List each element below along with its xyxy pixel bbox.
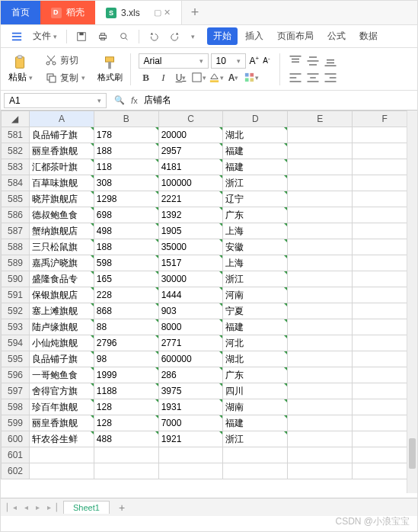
col-header-D[interactable]: D	[223, 111, 288, 127]
cell[interactable]	[288, 239, 353, 255]
col-header-A[interactable]: A	[29, 111, 94, 127]
cell[interactable]: 塞上滩旗舰	[29, 303, 94, 319]
cell[interactable]: 1921	[158, 431, 223, 447]
cell[interactable]	[288, 207, 353, 223]
table-row[interactable]: 593陆卢缘旗舰888000福建	[2, 319, 417, 335]
cell[interactable]: 7000	[158, 415, 223, 431]
align-top-button[interactable]	[288, 53, 303, 69]
increase-font-button[interactable]: A+	[248, 55, 261, 66]
cell[interactable]: 福建	[223, 415, 288, 431]
table-row[interactable]: 597舍得官方旗11883975四川	[2, 383, 417, 399]
cell[interactable]: 1188	[94, 383, 158, 399]
cell[interactable]: 陆卢缘旗舰	[29, 319, 94, 335]
cell[interactable]: 88	[94, 319, 158, 335]
cell[interactable]: 宁夏	[223, 303, 288, 319]
row-header[interactable]: 596	[2, 367, 30, 383]
cell[interactable]	[223, 463, 288, 479]
cell[interactable]: 三只松鼠旗	[29, 239, 94, 255]
cell[interactable]: 百草味旗舰	[29, 175, 94, 191]
vertical-scrollbar[interactable]	[407, 111, 417, 493]
cell[interactable]: 晓芹旗舰店	[29, 191, 94, 207]
table-row[interactable]: 595良品铺子旗98600000湖北	[2, 351, 417, 367]
preview-icon[interactable]	[114, 28, 134, 45]
cell[interactable]: 广东	[223, 367, 288, 383]
row-header[interactable]: 581	[2, 127, 30, 143]
row-header[interactable]: 587	[2, 223, 30, 239]
cell[interactable]: 165	[94, 271, 158, 287]
cell[interactable]	[288, 255, 353, 271]
align-left-button[interactable]	[288, 70, 303, 85]
cell[interactable]: 四川	[223, 383, 288, 399]
cell[interactable]: 1444	[158, 287, 223, 303]
row-header[interactable]: 585	[2, 191, 30, 207]
cell[interactable]: 湖北	[223, 127, 288, 143]
ribbon-tab-formula[interactable]: 公式	[321, 27, 352, 45]
cell[interactable]: 德叔鲍鱼食	[29, 207, 94, 223]
spreadsheet-grid[interactable]: ◢ A B C D E F 581良品铺子旗17820000湖北582丽皇香旗舰…	[1, 111, 417, 493]
cell[interactable]: 1517	[158, 255, 223, 271]
table-row[interactable]: 589嘉禹沪晓旗5981517上海	[2, 255, 417, 271]
table-row[interactable]: 601	[2, 447, 417, 463]
qat-more[interactable]: ▾	[187, 30, 199, 43]
cell-style-button[interactable]: ▾	[244, 70, 259, 85]
table-row[interactable]: 587蟹纳旗舰店4981905上海	[2, 223, 417, 239]
print-icon[interactable]	[93, 28, 113, 45]
cell[interactable]: 188	[94, 239, 158, 255]
table-row[interactable]: 584百草味旗舰308100000浙江	[2, 175, 417, 191]
cell[interactable]: 598	[94, 255, 158, 271]
cell[interactable]	[288, 399, 353, 415]
cell[interactable]	[288, 463, 353, 479]
border-button[interactable]: ▾	[191, 70, 206, 85]
cell[interactable]: 698	[94, 207, 158, 223]
row-header[interactable]: 600	[2, 431, 30, 447]
cell[interactable]: 丽皇香旗舰	[29, 415, 94, 431]
row-header[interactable]: 582	[2, 143, 30, 159]
cell[interactable]	[29, 463, 94, 479]
add-sheet-button[interactable]: +	[114, 502, 129, 514]
row-header[interactable]: 591	[2, 287, 30, 303]
table-row[interactable]: 594小仙炖旗舰27962771河北	[2, 335, 417, 351]
cell[interactable]: 浙江	[223, 431, 288, 447]
ribbon-tab-data[interactable]: 数据	[353, 27, 384, 45]
cell[interactable]: 汇都茶叶旗	[29, 159, 94, 175]
cell[interactable]: 868	[94, 303, 158, 319]
cell[interactable]	[288, 271, 353, 287]
cell[interactable]: 湖南	[223, 399, 288, 415]
cell[interactable]: 小仙炖旗舰	[29, 335, 94, 351]
table-row[interactable]: 583汇都茶叶旗1184181福建	[2, 159, 417, 175]
row-header[interactable]: 586	[2, 207, 30, 223]
cell[interactable]	[288, 143, 353, 159]
cell[interactable]: 福建	[223, 319, 288, 335]
cell[interactable]: 广东	[223, 207, 288, 223]
cell[interactable]	[288, 319, 353, 335]
cell[interactable]	[288, 335, 353, 351]
cell[interactable]	[158, 447, 223, 463]
table-row[interactable]: 590盛隆食品专16530000浙江	[2, 271, 417, 287]
row-header[interactable]: 592	[2, 303, 30, 319]
cell[interactable]: 30000	[158, 271, 223, 287]
table-row[interactable]: 585晓芹旗舰店12982221辽宁	[2, 191, 417, 207]
cell[interactable]	[94, 447, 158, 463]
cell[interactable]: 4181	[158, 159, 223, 175]
align-center-button[interactable]	[305, 70, 321, 85]
cell[interactable]	[288, 415, 353, 431]
table-row[interactable]: 596一哥鲍鱼食1999286广东	[2, 367, 417, 383]
cell[interactable]: 498	[94, 223, 158, 239]
table-row[interactable]: 600轩农谷生鲜4881921浙江	[2, 431, 417, 447]
cell[interactable]: 488	[94, 431, 158, 447]
bold-button[interactable]: B	[139, 70, 154, 85]
decrease-font-button[interactable]: A-	[261, 55, 271, 66]
cell[interactable]	[288, 191, 353, 207]
font-select[interactable]: Arial▾	[139, 53, 209, 69]
cell[interactable]	[288, 351, 353, 367]
row-header[interactable]: 593	[2, 319, 30, 335]
ribbon-tab-insert[interactable]: 插入	[239, 27, 270, 45]
sheet-tab-1[interactable]: Sheet1	[63, 501, 110, 514]
undo-icon[interactable]	[144, 28, 164, 45]
copy-button[interactable]: 复制 ▾	[42, 70, 88, 86]
cell[interactable]: 118	[94, 159, 158, 175]
cut-button[interactable]: 剪切	[42, 53, 88, 69]
paste-button[interactable]: 粘贴 ▾	[5, 53, 36, 85]
row-header[interactable]: 601	[2, 447, 30, 463]
ribbon-tab-layout[interactable]: 页面布局	[271, 27, 320, 45]
